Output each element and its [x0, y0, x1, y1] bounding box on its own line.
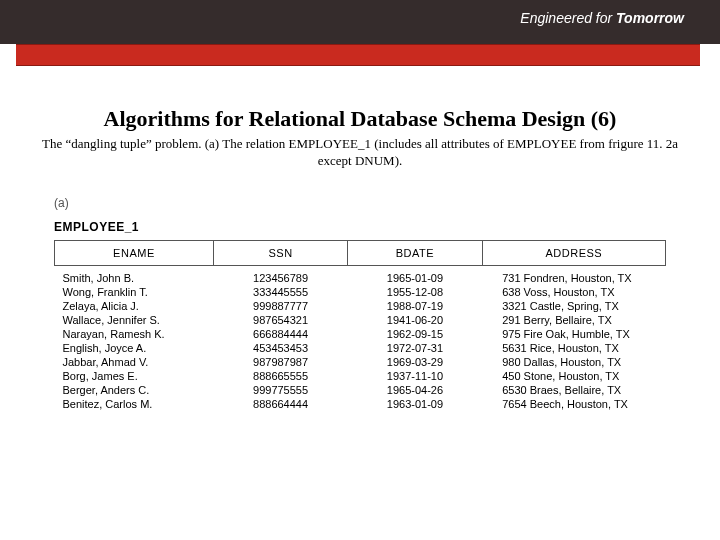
col-address: ADDRESS	[482, 240, 665, 265]
cell-ename: Zelaya, Alicia J.	[55, 299, 214, 313]
table-row: Berger, Anders C.9997755551965-04-266530…	[55, 383, 666, 397]
cell-address: 731 Fondren, Houston, TX	[482, 271, 665, 285]
cell-ename: Smith, John B.	[55, 271, 214, 285]
table-row: Borg, James E.8886655551937-11-10450 Sto…	[55, 369, 666, 383]
table-row: English, Joyce A.4534534531972-07-315631…	[55, 341, 666, 355]
cell-bdate: 1941-06-20	[348, 313, 482, 327]
cell-ssn: 888665555	[213, 369, 347, 383]
table-row: Smith, John B.1234567891965-01-09731 Fon…	[55, 271, 666, 285]
slide-subtitle: The “dangling tuple” problem. (a) The re…	[10, 136, 710, 170]
cell-ssn: 999887777	[213, 299, 347, 313]
cell-address: 7654 Beech, Houston, TX	[482, 397, 665, 411]
cell-bdate: 1988-07-19	[348, 299, 482, 313]
cell-ssn: 666884444	[213, 327, 347, 341]
cell-bdate: 1972-07-31	[348, 341, 482, 355]
table-body: Smith, John B.1234567891965-01-09731 Fon…	[55, 265, 666, 411]
cell-ename: Berger, Anders C.	[55, 383, 214, 397]
cell-bdate: 1937-11-10	[348, 369, 482, 383]
cell-ssn: 987987987	[213, 355, 347, 369]
slide-content: Algorithms for Relational Database Schem…	[0, 66, 720, 411]
cell-address: 980 Dallas, Houston, TX	[482, 355, 665, 369]
cell-address: 3321 Castle, Spring, TX	[482, 299, 665, 313]
tagline: Engineered for Tomorrow	[520, 10, 684, 26]
cell-address: 975 Fire Oak, Humble, TX	[482, 327, 665, 341]
cell-ename: Wallace, Jennifer S.	[55, 313, 214, 327]
cell-ssn: 888664444	[213, 397, 347, 411]
figure-a: (a) EMPLOYEE_1 ENAME SSN BDATE ADDRESS S…	[10, 196, 710, 412]
cell-ename: Wong, Franklin T.	[55, 285, 214, 299]
cell-ssn: 123456789	[213, 271, 347, 285]
table-row: Zelaya, Alicia J.9998877771988-07-193321…	[55, 299, 666, 313]
cell-address: 450 Stone, Houston, TX	[482, 369, 665, 383]
table-row: Jabbar, Ahmad V.9879879871969-03-29980 D…	[55, 355, 666, 369]
cell-ename: Jabbar, Ahmad V.	[55, 355, 214, 369]
cell-bdate: 1969-03-29	[348, 355, 482, 369]
cell-ssn: 987654321	[213, 313, 347, 327]
cell-bdate: 1955-12-08	[348, 285, 482, 299]
cell-bdate: 1962-09-15	[348, 327, 482, 341]
cell-ename: Narayan, Ramesh K.	[55, 327, 214, 341]
table-row: Benitez, Carlos M.8886644441963-01-09765…	[55, 397, 666, 411]
accent-bar	[16, 44, 700, 66]
cell-ename: English, Joyce A.	[55, 341, 214, 355]
tagline-bold: Tomorrow	[612, 10, 684, 26]
cell-bdate: 1965-01-09	[348, 271, 482, 285]
relation-table: ENAME SSN BDATE ADDRESS Smith, John B.12…	[54, 240, 666, 412]
cell-ssn: 333445555	[213, 285, 347, 299]
tagline-prefix: Engineered for	[520, 10, 612, 26]
top-bar: Engineered for Tomorrow	[0, 0, 720, 44]
cell-ssn: 999775555	[213, 383, 347, 397]
figure-label: (a)	[54, 196, 666, 210]
cell-ename: Borg, James E.	[55, 369, 214, 383]
cell-bdate: 1965-04-26	[348, 383, 482, 397]
col-bdate: BDATE	[348, 240, 482, 265]
relation-name: EMPLOYEE_1	[54, 220, 666, 234]
cell-ssn: 453453453	[213, 341, 347, 355]
col-ssn: SSN	[213, 240, 347, 265]
cell-address: 6530 Braes, Bellaire, TX	[482, 383, 665, 397]
cell-address: 638 Voss, Houston, TX	[482, 285, 665, 299]
slide-title: Algorithms for Relational Database Schem…	[10, 106, 710, 132]
table-row: Wong, Franklin T.3334455551955-12-08638 …	[55, 285, 666, 299]
cell-address: 5631 Rice, Houston, TX	[482, 341, 665, 355]
cell-address: 291 Berry, Bellaire, TX	[482, 313, 665, 327]
table-header-row: ENAME SSN BDATE ADDRESS	[55, 240, 666, 265]
cell-ename: Benitez, Carlos M.	[55, 397, 214, 411]
col-ename: ENAME	[55, 240, 214, 265]
table-row: Wallace, Jennifer S.9876543211941-06-202…	[55, 313, 666, 327]
cell-bdate: 1963-01-09	[348, 397, 482, 411]
table-row: Narayan, Ramesh K.6668844441962-09-15975…	[55, 327, 666, 341]
